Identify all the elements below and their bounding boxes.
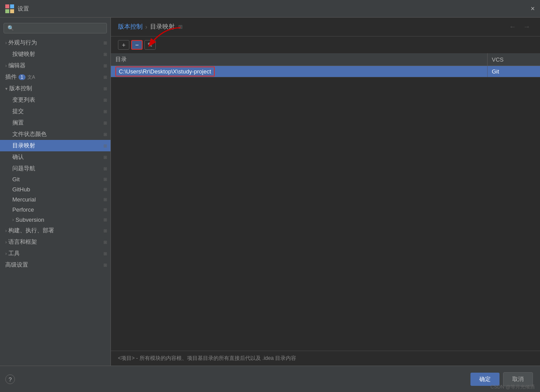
expand-arrow-vcs: ▾ bbox=[5, 86, 7, 91]
sidebar-item-mercurial[interactable]: Mercurial⊞ bbox=[0, 194, 110, 205]
sidebar-item-build[interactable]: ›构建、执行、部署⊞ bbox=[0, 225, 110, 236]
app-logo bbox=[5, 4, 14, 13]
sidebar-item-tools[interactable]: ›工具⊞ bbox=[0, 248, 110, 259]
badge-plugins: 1 bbox=[18, 74, 26, 80]
svg-rect-0 bbox=[5, 4, 9, 8]
breadcrumb-current: 目录映射 bbox=[150, 23, 175, 31]
sidebar-items-container: ›外观与行为⊞按键映射⊞›编辑器⊞插件1文A⊞▾版本控制⊞变更列表⊞提交⊞搁置⊞… bbox=[0, 37, 110, 271]
sidebar-icon-issuenav: ⊞ bbox=[103, 166, 107, 171]
sidebar-label-dirmap: 目录映射 bbox=[12, 142, 35, 150]
sidebar-item-git[interactable]: Git⊞ bbox=[0, 174, 110, 184]
footer-note-text: <项目> - 所有模块的内容根、项目基目录的所有直接后代以及 .idea 目录内… bbox=[118, 355, 296, 361]
table-header-row: 目录 VCS bbox=[111, 53, 540, 66]
svg-rect-3 bbox=[10, 9, 14, 13]
content-header: 版本控制 › 目录映射 ⊞ ← → bbox=[111, 18, 540, 37]
sidebar-label-changelog: 变更列表 bbox=[12, 96, 35, 104]
sidebar-icon-appearance: ⊞ bbox=[103, 40, 107, 45]
sidebar-icon-github: ⊞ bbox=[103, 187, 107, 192]
help-button[interactable]: ? bbox=[5, 374, 15, 384]
svg-rect-2 bbox=[5, 9, 9, 13]
sidebar-item-confirm[interactable]: 确认⊞ bbox=[0, 151, 110, 163]
breadcrumb-parent[interactable]: 版本控制 bbox=[118, 23, 143, 31]
title-bar: 设置 × bbox=[0, 0, 540, 18]
sidebar-label-git: Git bbox=[12, 176, 20, 183]
breadcrumb: 版本控制 › 目录映射 ⊞ bbox=[118, 23, 183, 31]
sidebar-label-lang: 语言和框架 bbox=[8, 238, 37, 246]
expand-arrow-editor: › bbox=[5, 63, 7, 68]
sidebar-icon-subversion: ⊞ bbox=[103, 217, 107, 222]
sidebar-label-issuenav: 问题导航 bbox=[12, 165, 35, 172]
content-area: 版本控制 › 目录映射 ⊞ ← → + − ✎ bbox=[111, 18, 540, 366]
translate-plugins: 文A bbox=[27, 74, 35, 81]
sidebar-label-github: GitHub bbox=[12, 186, 30, 193]
sidebar-label-keymap: 按键映射 bbox=[12, 50, 35, 58]
sidebar-label-mercurial: Mercurial bbox=[12, 196, 36, 203]
watermark: CSDN @等月光倾洒 bbox=[491, 384, 535, 390]
sidebar-item-changelog[interactable]: 变更列表⊞ bbox=[0, 94, 110, 106]
sidebar-icon-git: ⊞ bbox=[103, 177, 107, 182]
sidebar-item-perforce[interactable]: Perforce⊞ bbox=[0, 205, 110, 215]
sidebar-item-github[interactable]: GitHub⊞ bbox=[0, 184, 110, 194]
sidebar-item-subversion[interactable]: ›Subversion⊞ bbox=[0, 215, 110, 225]
sidebar-icon-dirmap: ⊞ bbox=[103, 143, 107, 148]
edit-button[interactable]: ✎ bbox=[144, 40, 156, 50]
sidebar-item-commit[interactable]: 提交⊞ bbox=[0, 106, 110, 117]
remove-button[interactable]: − bbox=[131, 40, 143, 50]
breadcrumb-separator: › bbox=[145, 23, 147, 30]
table-container: 目录 VCS C:\Users\Rr\Desktop\X\study-proje… bbox=[111, 53, 540, 351]
sidebar-icon-shelve: ⊞ bbox=[103, 121, 107, 125]
nav-forward-button[interactable]: → bbox=[521, 22, 533, 32]
sidebar-label-advanced: 高级设置 bbox=[5, 261, 28, 269]
sidebar-label-commit: 提交 bbox=[12, 107, 24, 115]
sidebar-item-dirmap[interactable]: 目录映射⊞ bbox=[0, 140, 110, 151]
sidebar-label-confirm: 确认 bbox=[12, 153, 24, 161]
sidebar-label-appearance: 外观与行为 bbox=[8, 39, 37, 47]
vcs-table: 目录 VCS C:\Users\Rr\Desktop\X\study-proje… bbox=[111, 53, 540, 77]
sidebar-icon-perforce: ⊞ bbox=[103, 207, 107, 212]
table-row[interactable]: C:\Users\Rr\Desktop\X\study-projectGit bbox=[111, 66, 540, 77]
breadcrumb-icon: ⊞ bbox=[178, 24, 183, 30]
expand-arrow-lang: › bbox=[5, 240, 7, 245]
sidebar-item-appearance[interactable]: ›外观与行为⊞ bbox=[0, 37, 110, 48]
sidebar-item-keymap[interactable]: 按键映射⊞ bbox=[0, 48, 110, 60]
sidebar-icon-build: ⊞ bbox=[103, 228, 107, 233]
sidebar-item-plugins[interactable]: 插件1文A⊞ bbox=[0, 71, 110, 83]
sidebar: ›外观与行为⊞按键映射⊞›编辑器⊞插件1文A⊞▾版本控制⊞变更列表⊞提交⊞搁置⊞… bbox=[0, 18, 111, 366]
expand-arrow-build: › bbox=[5, 228, 7, 233]
sidebar-icon-changelog: ⊞ bbox=[103, 98, 107, 103]
svg-rect-1 bbox=[10, 4, 14, 8]
sidebar-label-shelve: 搁置 bbox=[12, 119, 24, 127]
sidebar-item-editor[interactable]: ›编辑器⊞ bbox=[0, 60, 110, 71]
sidebar-item-filestatus[interactable]: 文件状态颜色⊞ bbox=[0, 128, 110, 140]
sidebar-item-lang[interactable]: ›语言和框架⊞ bbox=[0, 236, 110, 248]
sidebar-icon-advanced: ⊞ bbox=[103, 263, 107, 267]
sidebar-label-build: 构建、执行、部署 bbox=[8, 227, 54, 234]
expand-arrow-tools: › bbox=[5, 251, 7, 256]
sidebar-item-issuenav[interactable]: 问题导航⊞ bbox=[0, 163, 110, 174]
nav-arrows: ← → bbox=[507, 22, 533, 32]
sidebar-icon-editor: ⊞ bbox=[103, 63, 107, 68]
sidebar-label-perforce: Perforce bbox=[12, 206, 34, 213]
sidebar-item-advanced[interactable]: 高级设置⊞ bbox=[0, 259, 110, 271]
nav-back-button[interactable]: ← bbox=[507, 22, 519, 32]
sidebar-label-subversion: Subversion bbox=[15, 216, 44, 223]
add-button[interactable]: + bbox=[118, 40, 129, 50]
bottom-bar: ? 确定 取消 CSDN @等月光倾洒 bbox=[0, 366, 540, 392]
sidebar-label-tools: 工具 bbox=[8, 249, 20, 257]
sidebar-label-editor: 编辑器 bbox=[8, 62, 26, 70]
expand-arrow-subversion: › bbox=[12, 217, 14, 222]
sidebar-label-filestatus: 文件状态颜色 bbox=[12, 130, 47, 138]
help-section: ? bbox=[5, 374, 15, 384]
sidebar-item-shelve[interactable]: 搁置⊞ bbox=[0, 117, 110, 128]
window-title: 设置 bbox=[18, 5, 29, 13]
path-cell: C:\Users\Rr\Desktop\X\study-project bbox=[111, 66, 487, 77]
sidebar-icon-confirm: ⊞ bbox=[103, 155, 107, 160]
close-button[interactable]: × bbox=[531, 5, 535, 13]
table-body: C:\Users\Rr\Desktop\X\study-projectGit bbox=[111, 66, 540, 77]
sidebar-item-vcs[interactable]: ▾版本控制⊞ bbox=[0, 83, 110, 94]
sidebar-icon-lang: ⊞ bbox=[103, 240, 107, 245]
vcs-cell: Git bbox=[487, 66, 540, 77]
search-input[interactable] bbox=[4, 23, 107, 33]
col-vcs-header: VCS bbox=[487, 53, 540, 66]
sidebar-icon-vcs: ⊞ bbox=[103, 86, 107, 91]
